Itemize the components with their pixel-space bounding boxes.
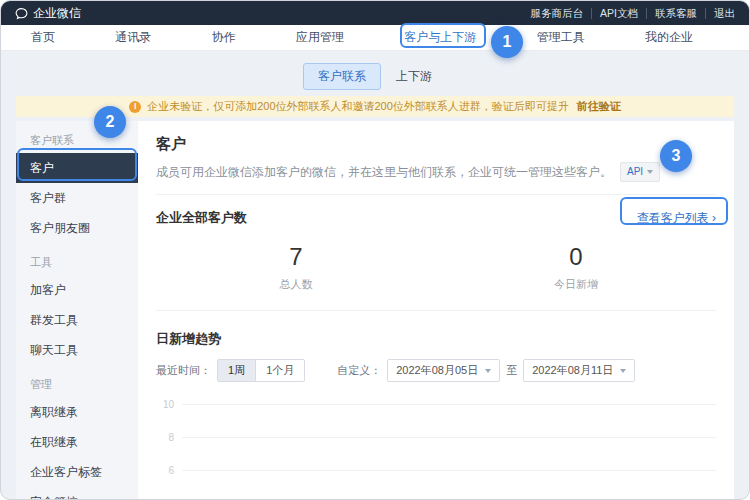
content-area: 客户联系 客户 客户群 客户朋友圈 工具 加客户 群发工具 聊天工具 管理 离职…: [16, 121, 734, 499]
sidebar-section-header: 管理: [16, 365, 138, 397]
stat-total-label: 总人数: [156, 277, 436, 292]
sub-tabs: 客户联系 上下游: [1, 65, 749, 88]
recent-time-label: 最近时间：: [156, 363, 211, 378]
warning-icon: !: [129, 101, 141, 113]
topbar: 企业微信 服务商后台 API文档 联系客服 退出: [1, 1, 749, 25]
customer-stats: 7 总人数 0 今日新增: [156, 244, 716, 292]
customers-count-header: 企业全部客户数 查看客户列表 ›: [156, 208, 716, 228]
view-customer-list-link[interactable]: 查看客户列表 ›: [637, 210, 716, 227]
chevron-down-icon: [485, 369, 491, 373]
gridline: [182, 404, 716, 405]
chart-grid-row: 8: [156, 421, 716, 454]
sidebar-item-customer-groups[interactable]: 客户群: [16, 183, 138, 213]
sidebar-item-security-control[interactable]: 安全管控: [16, 487, 138, 499]
wecom-logo-icon: [15, 7, 28, 20]
date-from-value: 2022年08月05日: [396, 363, 478, 378]
to-label: 至: [506, 363, 517, 378]
y-tick-label: 8: [156, 432, 174, 443]
sidebar-section-management: 管理 离职继承 在职继承 企业客户标签 安全管控: [16, 365, 138, 499]
date-to-value: 2022年08月11日: [532, 363, 613, 378]
y-tick-label: 6: [156, 465, 174, 476]
brand-name: 企业微信: [33, 5, 81, 22]
link-api-docs[interactable]: API文档: [592, 8, 647, 19]
subtab-upstream-downstream[interactable]: 上下游: [381, 63, 447, 90]
page-description: 成员可用企业微信添加客户的微信，并在这里与他们联系，企业可统一管理这些客户。: [156, 164, 612, 180]
range-button-1month[interactable]: 1个月: [255, 359, 305, 382]
link-contact-support[interactable]: 联系客服: [647, 8, 706, 19]
divider: [156, 310, 716, 311]
nav-item-home[interactable]: 首页: [31, 29, 55, 46]
stat-new-today-value: 0: [436, 244, 716, 270]
stat-new-today-label: 今日新增: [436, 277, 716, 292]
chevron-down-icon: [620, 369, 626, 373]
brand[interactable]: 企业微信: [15, 5, 81, 22]
app-window: 企业微信 服务商后台 API文档 联系客服 退出 首页 通讯录 协作 应用管理 …: [0, 0, 750, 500]
sidebar-item-resigned-inheritance[interactable]: 离职继承: [16, 397, 138, 427]
date-from-select[interactable]: 2022年08月05日: [387, 359, 500, 382]
nav-item-contacts[interactable]: 通讯录: [115, 29, 151, 46]
sidebar-section-header: 工具: [16, 243, 138, 275]
sidebar-item-onjob-inheritance[interactable]: 在职继承: [16, 427, 138, 457]
link-service-provider-admin[interactable]: 服务商后台: [523, 8, 593, 19]
link-logout[interactable]: 退出: [706, 8, 735, 19]
banner-text: 企业未验证，仅可添加200位外部联系人和邀请200位外部联系人进群，验证后即可提…: [147, 99, 569, 114]
api-badge[interactable]: API: [620, 162, 660, 182]
range-segmented-control: 1周 1个月: [217, 359, 305, 382]
gridline: [182, 437, 716, 438]
range-button-1week[interactable]: 1周: [217, 359, 256, 382]
stat-total-value: 7: [156, 244, 436, 270]
sidebar-section-tools: 工具 加客户 群发工具 聊天工具: [16, 243, 138, 365]
trend-title: 日新增趋势: [156, 331, 716, 347]
api-badge-label: API: [627, 164, 643, 180]
chevron-down-icon: [647, 170, 653, 174]
sidebar-item-customers[interactable]: 客户: [16, 153, 138, 183]
stat-total: 7 总人数: [156, 244, 436, 292]
nav-item-collaboration[interactable]: 协作: [212, 29, 236, 46]
chart-grid-row: 10: [156, 388, 716, 421]
subtab-customer-contact[interactable]: 客户联系: [303, 63, 381, 90]
gridline: [182, 470, 716, 471]
trend-chart: 10 8 6 4: [156, 388, 716, 499]
sidebar: 客户联系 客户 客户群 客户朋友圈 工具 加客户 群发工具 聊天工具 管理 离职…: [16, 121, 138, 499]
date-to-select[interactable]: 2022年08月11日: [523, 359, 635, 382]
main-panel: 客户 成员可用企业微信添加客户的微信，并在这里与他们联系，企业可统一管理这些客户…: [138, 121, 734, 499]
topbar-links: 服务商后台 API文档 联系客服 退出: [523, 8, 735, 19]
sidebar-item-group-messaging[interactable]: 群发工具: [16, 305, 138, 335]
trend-filters: 最近时间： 1周 1个月 自定义： 2022年08月05日 至 2022年08月…: [156, 359, 716, 382]
page-title: 客户: [156, 135, 716, 153]
verification-banner: ! 企业未验证，仅可添加200位外部联系人和邀请200位外部联系人进群，验证后即…: [16, 96, 734, 117]
sidebar-section-header: 客户联系: [16, 121, 138, 153]
main-nav: 首页 通讯录 协作 应用管理 客户与上下游 管理工具 我的企业: [1, 25, 749, 51]
sidebar-section-customer-contact: 客户联系 客户 客户群 客户朋友圈: [16, 121, 138, 243]
chart-grid-row: 6: [156, 454, 716, 487]
page-description-row: 成员可用企业微信添加客户的微信，并在这里与他们联系，企业可统一管理这些客户。 A…: [156, 162, 716, 182]
sidebar-item-add-customer[interactable]: 加客户: [16, 275, 138, 305]
chart-grid-row: 4: [156, 487, 716, 499]
nav-item-admin-tools[interactable]: 管理工具: [537, 29, 585, 46]
nav-item-customers-updownstream[interactable]: 客户与上下游: [404, 29, 476, 46]
custom-range-label: 自定义：: [337, 363, 381, 378]
stat-new-today: 0 今日新增: [436, 244, 716, 292]
y-tick-label: 4: [156, 498, 174, 499]
nav-item-app-management[interactable]: 应用管理: [296, 29, 344, 46]
divider: [156, 194, 716, 195]
sidebar-item-chat-tools[interactable]: 聊天工具: [16, 335, 138, 365]
y-tick-label: 10: [156, 399, 174, 410]
go-verify-link[interactable]: 前往验证: [577, 99, 621, 114]
nav-item-my-company[interactable]: 我的企业: [645, 29, 693, 46]
customers-count-title: 企业全部客户数: [156, 209, 247, 227]
sidebar-item-customer-tags[interactable]: 企业客户标签: [16, 457, 138, 487]
sidebar-item-customer-moments[interactable]: 客户朋友圈: [16, 213, 138, 243]
